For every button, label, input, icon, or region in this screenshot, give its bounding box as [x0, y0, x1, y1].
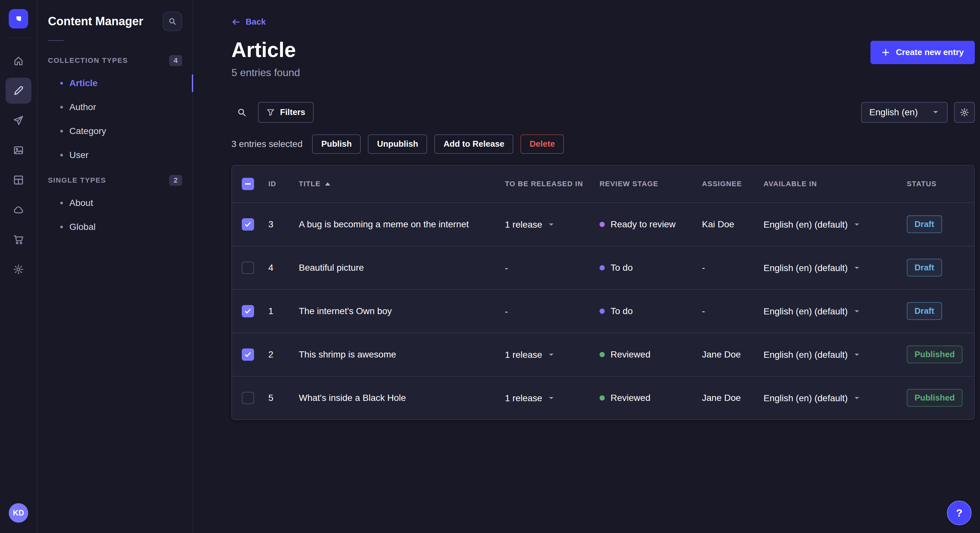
bullet-icon	[60, 154, 63, 156]
user-avatar[interactable]: KD	[9, 503, 28, 523]
row-title[interactable]: This shrimp is awesome	[299, 349, 505, 360]
row-title[interactable]: The internet's Own boy	[299, 306, 505, 316]
status-badge: Published	[907, 389, 963, 407]
row-title[interactable]: What's inside a Black Hole	[299, 393, 505, 403]
sidebar-item-article[interactable]: Article	[38, 71, 192, 95]
checkbox-check-icon	[244, 307, 252, 315]
layout-icon	[13, 174, 24, 186]
table-row[interactable]: 3 A bug is becoming a meme on the intern…	[232, 202, 974, 246]
row-checkbox[interactable]	[242, 348, 254, 361]
release-label: 1 release	[505, 350, 542, 360]
strapi-logo[interactable]	[9, 9, 28, 29]
row-title[interactable]: A bug is becoming a meme on the internet	[299, 219, 505, 230]
column-header-status[interactable]: STATUS	[907, 180, 974, 188]
gear-icon	[13, 264, 24, 275]
help-button[interactable]: ?	[947, 501, 972, 525]
release-select[interactable]: 1 release	[505, 350, 555, 360]
locale-label: English (en) (default)	[764, 219, 848, 230]
view-settings-button[interactable]	[954, 102, 975, 123]
sidebar-item-label: Category	[69, 126, 106, 136]
stage-dot-icon	[600, 352, 605, 357]
search-button[interactable]	[231, 102, 252, 123]
release-select[interactable]: 1 release	[505, 393, 555, 403]
table-row[interactable]: 5 What's inside a Black Hole 1 release R…	[232, 376, 974, 419]
locale-select[interactable]: English (en) (default)	[764, 306, 860, 317]
nav-marketplace[interactable]	[5, 227, 32, 252]
chevron-down-icon	[548, 352, 555, 358]
home-icon	[13, 56, 24, 67]
locale-value: English (en)	[870, 107, 918, 117]
sidebar-item-label: Global	[69, 222, 95, 232]
locale-select[interactable]: English (en)	[861, 102, 948, 123]
row-checkbox[interactable]	[242, 262, 254, 274]
nav-content-manager[interactable]	[5, 78, 32, 104]
sidebar-item-label: About	[69, 198, 93, 208]
table-row[interactable]: 1 The internet's Own boy - To do - Engli…	[232, 289, 974, 333]
nav-deploy[interactable]	[5, 197, 32, 223]
column-header-assignee[interactable]: ASSIGNEE	[702, 180, 764, 188]
app-root: KD Content Manager Collection Types 4 Ar…	[0, 0, 980, 533]
gear-icon	[959, 108, 969, 117]
column-header-release[interactable]: TO BE RELEASED IN	[505, 180, 600, 188]
column-header-review-stage[interactable]: REVIEW STAGE	[600, 180, 702, 188]
plus-icon	[881, 48, 890, 57]
search-button[interactable]	[163, 12, 182, 31]
sidebar-item-author[interactable]: Author	[38, 95, 192, 119]
strapi-logo-icon	[13, 14, 24, 24]
nav-content-type-builder[interactable]	[5, 167, 32, 193]
nav-settings[interactable]	[5, 257, 32, 282]
release-select[interactable]: -	[505, 263, 508, 273]
locale-select[interactable]: English (en) (default)	[764, 350, 860, 360]
row-assignee: Jane Doe	[702, 349, 764, 360]
row-checkbox[interactable]	[242, 392, 254, 404]
table-body: 3 A bug is becoming a meme on the intern…	[232, 202, 974, 419]
nav-releases[interactable]	[5, 108, 32, 133]
count-badge: 2	[169, 175, 182, 186]
release-select[interactable]: 1 release	[505, 219, 555, 230]
column-header-id[interactable]: ID	[268, 180, 299, 188]
release-select[interactable]: -	[505, 306, 508, 317]
filter-icon	[266, 108, 275, 117]
locale-select[interactable]: English (en) (default)	[764, 393, 860, 403]
nav-home[interactable]	[5, 48, 32, 74]
row-checkbox[interactable]	[242, 218, 254, 230]
locale-label: English (en) (default)	[764, 263, 848, 273]
add-to-release-button[interactable]: Add to Release	[434, 134, 513, 154]
locale-label: English (en) (default)	[764, 306, 848, 317]
release-label: 1 release	[505, 219, 542, 230]
column-header-title[interactable]: TITLE	[299, 180, 505, 188]
create-entry-button[interactable]: Create new entry	[870, 41, 975, 64]
nav-media-library[interactable]	[5, 137, 32, 163]
delete-button[interactable]: Delete	[520, 134, 564, 154]
row-title[interactable]: Beautiful picture	[299, 263, 505, 273]
table-row[interactable]: 4 Beautiful picture - To do - English (e…	[232, 246, 974, 289]
table-row[interactable]: 2 This shrimp is awesome 1 release Revie…	[232, 333, 974, 376]
divider	[48, 40, 64, 41]
row-id: 4	[268, 263, 299, 273]
locale-select[interactable]: English (en) (default)	[764, 219, 860, 230]
chevron-down-icon	[854, 395, 860, 401]
row-id: 3	[268, 219, 299, 230]
sidebar-item-category[interactable]: Category	[38, 119, 192, 143]
release-label: 1 release	[505, 393, 542, 403]
search-icon	[237, 107, 247, 117]
subnav-title: Content Manager	[48, 14, 143, 28]
sidebar-item-user[interactable]: User	[38, 143, 192, 167]
column-header-available-in[interactable]: AVAILABLE IN	[764, 180, 907, 188]
filters-button[interactable]: Filters	[258, 102, 314, 123]
create-entry-label: Create new entry	[896, 47, 964, 57]
entries-table: ID TITLE TO BE RELEASED IN REVIEW STAGE …	[231, 165, 975, 420]
chevron-down-icon	[854, 352, 860, 358]
publish-button[interactable]: Publish	[312, 134, 361, 154]
back-link[interactable]: Back	[231, 17, 266, 27]
select-all-checkbox[interactable]	[242, 178, 254, 190]
locale-select[interactable]: English (en) (default)	[764, 263, 860, 273]
picture-icon	[13, 145, 24, 156]
stage-label: Reviewed	[611, 393, 651, 403]
unpublish-button[interactable]: Unpublish	[368, 134, 427, 154]
sidebar-item-global[interactable]: Global	[38, 215, 192, 239]
row-checkbox[interactable]	[242, 305, 254, 317]
entries-count: 5 entries found	[231, 67, 300, 79]
sidebar-item-about[interactable]: About	[38, 191, 192, 215]
table-header-row: ID TITLE TO BE RELEASED IN REVIEW STAGE …	[232, 165, 974, 202]
